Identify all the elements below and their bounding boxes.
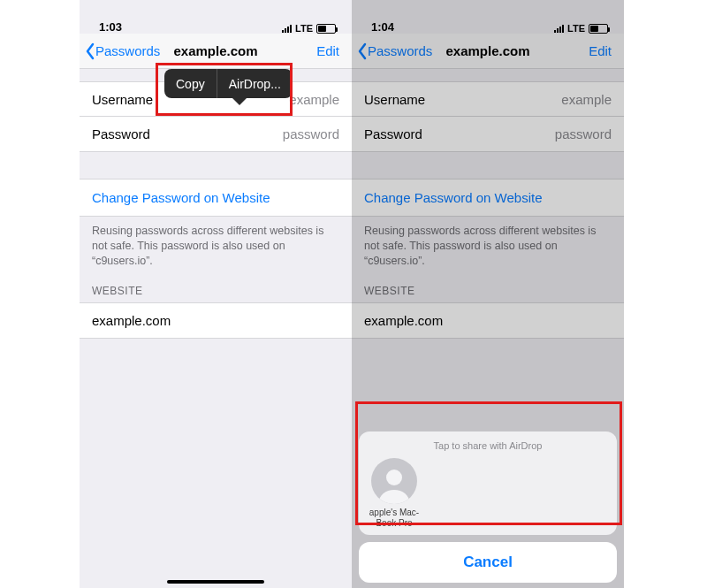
status-bar: 1:03 LTE: [80, 0, 352, 34]
password-row[interactable]: Password password: [80, 117, 352, 152]
status-signal: LTE: [282, 23, 336, 34]
reuse-warning: Reusing passwords across different websi…: [80, 217, 352, 269]
avatar-icon: [371, 458, 417, 504]
carrier-label: LTE: [295, 23, 313, 34]
nav-bar: Passwords example.com Edit: [80, 34, 352, 69]
back-button[interactable]: Passwords: [83, 42, 160, 60]
airdrop-button[interactable]: AirDrop...: [217, 69, 293, 98]
edit-button[interactable]: Edit: [316, 43, 345, 58]
username-value: example: [289, 92, 339, 107]
cell-signal-icon: [282, 24, 292, 33]
change-password-link[interactable]: Change Password on Website: [80, 179, 352, 217]
airdrop-sheet: Tap to share with AirDrop apple's Mac-Bo…: [359, 431, 617, 583]
airdrop-target-name: apple's Mac-Book Pro: [364, 508, 424, 528]
airdrop-target[interactable]: apple's Mac-Book Pro: [364, 458, 424, 528]
back-label: Passwords: [95, 43, 160, 58]
copy-button[interactable]: Copy: [164, 69, 217, 98]
password-label: Password: [92, 126, 150, 141]
cancel-button[interactable]: Cancel: [359, 542, 617, 583]
password-value: password: [283, 126, 339, 141]
website-section-header: WEBSITE: [80, 269, 352, 302]
airdrop-caption: Tap to share with AirDrop: [364, 440, 612, 451]
screenshot-left: 1:03 LTE Passwords example.com Edit User…: [80, 0, 352, 588]
airdrop-panel: Tap to share with AirDrop apple's Mac-Bo…: [359, 431, 617, 535]
svg-point-0: [386, 470, 402, 485]
home-indicator[interactable]: [167, 580, 264, 584]
status-time: 1:03: [99, 20, 122, 34]
username-label: Username: [92, 92, 153, 107]
website-row[interactable]: example.com: [80, 302, 352, 339]
screenshot-right: 1:04 LTE Passwords example.com Edit User…: [352, 0, 624, 588]
battery-icon: [316, 24, 336, 34]
